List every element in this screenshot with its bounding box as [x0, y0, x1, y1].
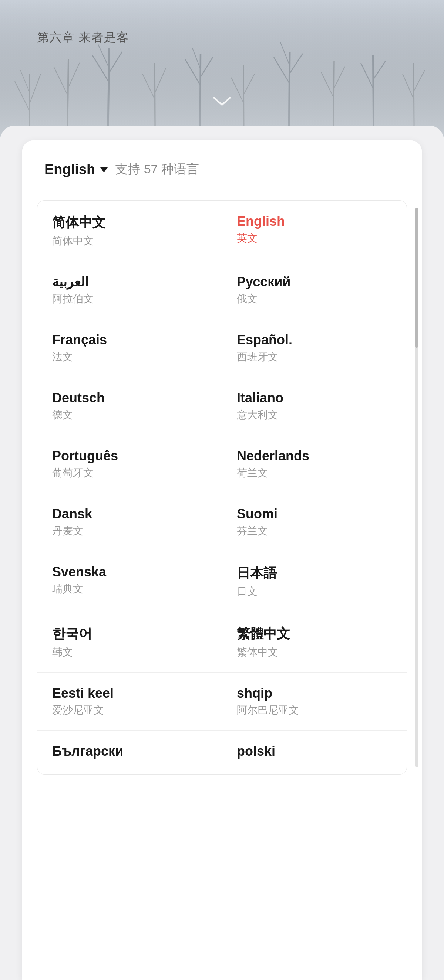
language-name: 한국어 — [52, 625, 207, 643]
chevron-container — [211, 96, 233, 107]
current-language-selector[interactable]: English — [45, 161, 108, 177]
language-name: Suomi — [237, 506, 392, 522]
language-sub: 意大利文 — [237, 408, 392, 422]
language-cell[interactable]: Français法文 — [37, 319, 222, 377]
language-cell[interactable]: Nederlands荷兰文 — [222, 435, 407, 493]
dropdown-chevron-icon — [100, 167, 108, 173]
language-name: 简体中文 — [52, 213, 207, 232]
language-sub: 阿尔巴尼亚文 — [237, 703, 392, 717]
language-sub: 荷兰文 — [237, 466, 392, 480]
language-cell[interactable]: 简体中文简体中文 — [37, 200, 222, 261]
language-name: 日本語 — [237, 564, 392, 582]
language-row: Dansk丹麦文Suomi芬兰文 — [37, 493, 407, 551]
language-row: Svenska瑞典文日本語日文 — [37, 551, 407, 612]
language-card: English 支持 57 种语言 简体中文简体中文English英文العرب… — [22, 140, 422, 980]
scrollbar-thumb — [415, 208, 418, 348]
language-sub: 日文 — [237, 585, 392, 599]
language-cell[interactable]: Български — [37, 730, 222, 774]
language-cell[interactable]: العربية阿拉伯文 — [37, 261, 222, 319]
language-name: 繁體中文 — [237, 625, 392, 643]
scrollbar-track — [415, 208, 418, 767]
language-sub: 西班牙文 — [237, 350, 392, 364]
language-sub: 葡萄牙文 — [52, 466, 207, 480]
language-cell[interactable]: Suomi芬兰文 — [222, 493, 407, 551]
language-sub: 法文 — [52, 350, 207, 364]
language-name: Italiano — [237, 390, 392, 406]
language-row: Português葡萄牙文Nederlands荷兰文 — [37, 435, 407, 493]
language-name: shqip — [237, 686, 392, 701]
language-sub: 俄文 — [237, 292, 392, 306]
language-cell[interactable]: Eesti keel爱沙尼亚文 — [37, 673, 222, 730]
language-name: Français — [52, 332, 207, 348]
language-name: Português — [52, 448, 207, 464]
language-cell[interactable]: Svenska瑞典文 — [37, 551, 222, 612]
current-language-label: English — [45, 161, 95, 177]
language-cell[interactable]: 繁體中文繁体中文 — [222, 612, 407, 672]
bottom-sheet: English 支持 57 种语言 简体中文简体中文English英文العرب… — [0, 126, 444, 980]
language-name: polski — [237, 743, 392, 759]
language-row: 简体中文简体中文English英文 — [37, 200, 407, 261]
language-cell[interactable]: Русский俄文 — [222, 261, 407, 319]
language-dropdown: 简体中文简体中文English英文العربية阿拉伯文Русский俄文Fra… — [37, 200, 407, 775]
language-sub: 英文 — [237, 231, 392, 245]
language-sub: 韩文 — [52, 645, 207, 659]
chevron-down-icon[interactable] — [211, 96, 233, 107]
language-cell[interactable]: polski — [222, 730, 407, 774]
language-sub: 阿拉伯文 — [52, 292, 207, 306]
language-cell[interactable]: Português葡萄牙文 — [37, 435, 222, 493]
chapter-title: 第六章 来者是客 — [37, 30, 129, 46]
language-sub: 芬兰文 — [237, 524, 392, 538]
language-name: Eesti keel — [52, 686, 207, 701]
language-cell[interactable]: shqip阿尔巴尼亚文 — [222, 673, 407, 730]
language-sub: 瑞典文 — [52, 582, 207, 596]
languages-count-label: 支持 57 种语言 — [115, 161, 199, 178]
language-cell[interactable]: English英文 — [222, 200, 407, 261]
language-row: Deutsch德文Italiano意大利文 — [37, 377, 407, 435]
language-name: Español. — [237, 332, 392, 348]
language-row: Eesti keel爱沙尼亚文shqip阿尔巴尼亚文 — [37, 673, 407, 730]
language-row: Français法文Español.西班牙文 — [37, 319, 407, 377]
language-sub: 爱沙尼亚文 — [52, 703, 207, 717]
language-cell[interactable]: Dansk丹麦文 — [37, 493, 222, 551]
language-grid-container[interactable]: 简体中文简体中文English英文العربية阿拉伯文Русский俄文Fra… — [22, 189, 422, 977]
language-name: Dansk — [52, 506, 207, 522]
language-cell[interactable]: 한국어韩文 — [37, 612, 222, 672]
language-cell[interactable]: Español.西班牙文 — [222, 319, 407, 377]
language-name: Български — [52, 743, 207, 759]
language-name: العربية — [52, 274, 207, 290]
language-name: Nederlands — [237, 448, 392, 464]
language-sub: 德文 — [52, 408, 207, 422]
language-row: العربية阿拉伯文Русский俄文 — [37, 261, 407, 319]
language-sub: 繁体中文 — [237, 645, 392, 659]
language-header: English 支持 57 种语言 — [22, 140, 422, 189]
language-cell[interactable]: 日本語日文 — [222, 551, 407, 612]
language-cell[interactable]: Italiano意大利文 — [222, 377, 407, 435]
language-name: Deutsch — [52, 390, 207, 406]
language-sub: 丹麦文 — [52, 524, 207, 538]
language-row: Българскиpolski — [37, 730, 407, 774]
language-cell[interactable]: Deutsch德文 — [37, 377, 222, 435]
language-name: Svenska — [52, 564, 207, 580]
language-name: English — [237, 213, 392, 229]
language-sub: 简体中文 — [52, 234, 207, 248]
language-name: Русский — [237, 274, 392, 290]
language-row: 한국어韩文繁體中文繁体中文 — [37, 612, 407, 673]
